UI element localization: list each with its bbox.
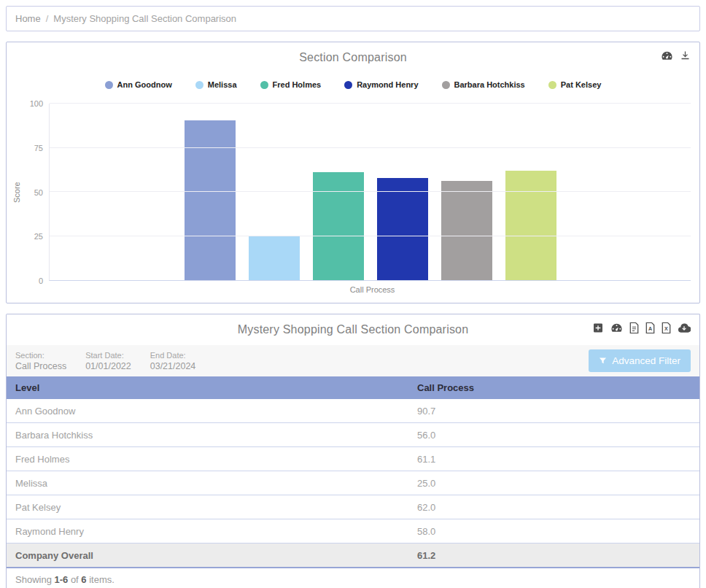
bars-group — [185, 104, 556, 280]
bar-fred-holmes[interactable] — [313, 172, 364, 280]
file-text-icon[interactable] — [629, 322, 639, 333]
comparison-table: Level Call Process Ann Goodnow90.7Barbar… — [7, 376, 699, 568]
chart-legend: Ann GoodnowMelissaFred HolmesRaymond Hen… — [7, 80, 699, 89]
table-row[interactable]: Raymond Henry58.0 — [7, 519, 699, 543]
advanced-filter-label: Advanced Filter — [612, 355, 680, 366]
legend-dot — [442, 81, 450, 89]
filter-group: End Date:03/21/2024 — [150, 351, 196, 371]
gridline — [50, 103, 691, 104]
legend-label: Pat Kelsey — [561, 80, 602, 89]
cell-level: Melissa — [7, 471, 408, 495]
summary-level: Company Overall — [7, 543, 408, 568]
legend-label: Ann Goodnow — [117, 80, 172, 89]
advanced-filter-button[interactable]: Advanced Filter — [589, 349, 691, 372]
table-footer: Showing 1-6 of 6 items. — [7, 568, 699, 588]
gauge-icon[interactable] — [661, 50, 673, 62]
chart-title: Section Comparison — [17, 51, 689, 64]
filter-label: Section: — [15, 351, 66, 360]
bar-raymond-henry[interactable] — [377, 178, 428, 280]
gridline — [50, 236, 691, 236]
legend-dot — [105, 81, 113, 89]
filter-label: Start Date: — [85, 351, 131, 360]
x-axis-title: Call Process — [45, 281, 699, 294]
cloud-download-icon[interactable] — [678, 322, 691, 333]
breadcrumb-separator: / — [46, 13, 49, 24]
bar-melissa[interactable] — [249, 236, 300, 281]
legend-dot — [260, 81, 268, 89]
legend-label: Barbara Hotchkiss — [454, 80, 525, 89]
filter-value: Call Process — [15, 361, 66, 371]
file-pdf-icon[interactable]: A — [645, 322, 655, 333]
svg-text:X: X — [664, 326, 668, 332]
table-body: Ann Goodnow90.7Barbara Hotchkiss56.0Fred… — [7, 399, 699, 543]
cell-level: Raymond Henry — [7, 519, 408, 543]
filter-value: 03/21/2024 — [150, 361, 196, 371]
legend-item[interactable]: Barbara Hotchkiss — [442, 80, 525, 89]
gauge-icon[interactable] — [610, 322, 623, 334]
chart-card: Section Comparison Ann GoodnowMelissaFre… — [6, 42, 700, 303]
bar-pat-kelsey[interactable] — [505, 171, 556, 280]
legend-label: Raymond Henry — [357, 80, 418, 89]
y-tick-label: 0 — [39, 276, 43, 285]
cell-level: Fred Holmes — [7, 447, 408, 471]
cell-level: Ann Goodnow — [7, 399, 408, 423]
gridline — [50, 191, 691, 192]
legend-dot — [195, 81, 203, 89]
filter-label: End Date: — [150, 351, 196, 360]
cell-call-process: 61.1 — [408, 447, 699, 471]
footer-total: 6 — [81, 574, 86, 585]
filter-group: Start Date:01/01/2022 — [85, 351, 131, 371]
add-icon[interactable] — [592, 322, 604, 333]
download-icon[interactable] — [680, 50, 691, 61]
filter-bar: Section:Call ProcessStart Date:01/01/202… — [7, 345, 699, 376]
y-tick-label: 75 — [34, 144, 43, 152]
summary-value: 61.2 — [408, 543, 699, 568]
filter-value: 01/01/2022 — [85, 361, 131, 371]
bar-ann-goodnow[interactable] — [185, 120, 236, 280]
column-header-call-process[interactable]: Call Process — [408, 376, 699, 399]
y-tick-label: 25 — [34, 232, 43, 241]
funnel-icon — [599, 357, 607, 365]
filter-group: Section:Call Process — [15, 351, 66, 371]
cell-call-process: 25.0 — [408, 471, 699, 495]
legend-label: Fred Holmes — [273, 80, 322, 89]
filter-summary: Section:Call ProcessStart Date:01/01/202… — [15, 351, 195, 371]
legend-label: Melissa — [208, 80, 237, 89]
legend-item[interactable]: Ann Goodnow — [105, 80, 172, 89]
table-row[interactable]: Barbara Hotchkiss56.0 — [7, 423, 699, 447]
column-header-level[interactable]: Level — [7, 376, 408, 399]
table-title: Mystery Shopping Call Section Comparison — [17, 323, 689, 336]
breadcrumb: Home/Mystery Shopping Call Section Compa… — [6, 6, 700, 31]
y-tick-label: 100 — [30, 99, 43, 108]
cell-call-process: 58.0 — [408, 519, 699, 543]
file-excel-icon[interactable]: X — [662, 322, 671, 333]
table-row[interactable]: Melissa25.0 — [7, 471, 699, 495]
cell-call-process: 90.7 — [408, 399, 699, 423]
legend-item[interactable]: Raymond Henry — [344, 80, 418, 89]
table-row[interactable]: Ann Goodnow90.7 — [7, 399, 699, 423]
cell-level: Barbara Hotchkiss — [7, 423, 408, 447]
table-card: Mystery Shopping Call Section Comparison… — [6, 314, 700, 588]
breadcrumb-current: Mystery Shopping Call Section Comparison — [53, 13, 236, 24]
y-tick-label: 50 — [34, 188, 43, 197]
legend-item[interactable]: Fred Holmes — [260, 80, 322, 89]
plot-area — [49, 104, 691, 281]
legend-dot — [548, 81, 556, 89]
legend-dot — [344, 81, 352, 89]
chart-body: Score 0255075100 — [11, 104, 691, 281]
table-card-header: Mystery Shopping Call Section Comparison… — [7, 314, 699, 341]
bar-barbara-hotchkiss[interactable] — [441, 181, 492, 280]
y-axis-title: Score — [11, 104, 23, 281]
gridline — [50, 147, 691, 148]
legend-item[interactable]: Melissa — [195, 80, 237, 89]
table-row[interactable]: Pat Kelsey62.0 — [7, 495, 699, 519]
cell-call-process: 56.0 — [408, 423, 699, 447]
cell-call-process: 62.0 — [408, 495, 699, 519]
svg-text:A: A — [648, 326, 652, 332]
legend-item[interactable]: Pat Kelsey — [548, 80, 602, 89]
cell-level: Pat Kelsey — [7, 495, 408, 519]
y-axis-ticks: 0255075100 — [23, 104, 49, 281]
table-row[interactable]: Fred Holmes61.1 — [7, 447, 699, 471]
footer-range: 1-6 — [54, 574, 68, 585]
breadcrumb-home-link[interactable]: Home — [15, 13, 41, 24]
